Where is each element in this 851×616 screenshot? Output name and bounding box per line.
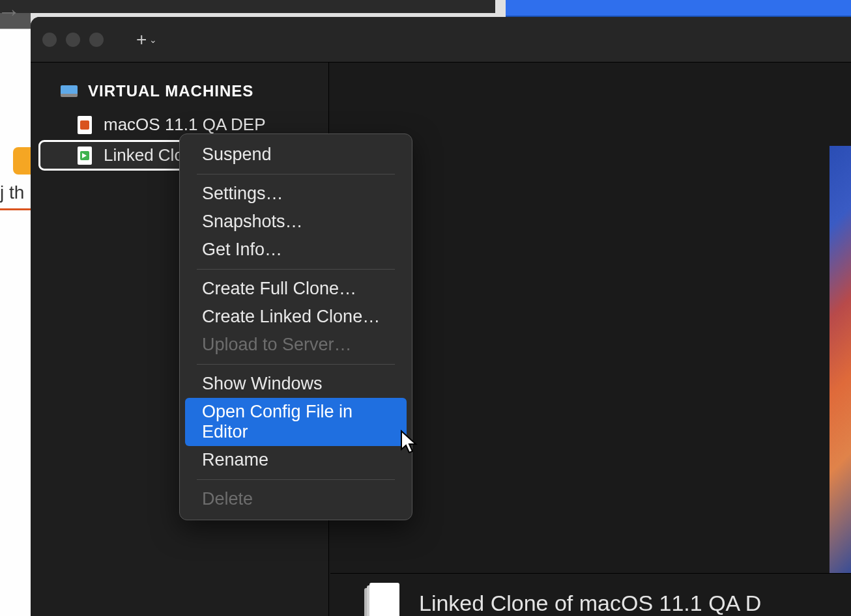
menu-separator — [197, 174, 395, 175]
menu-create-full-clone[interactable]: Create Full Clone… — [185, 275, 407, 303]
sidebar-group-header: VIRTUAL MACHINES — [31, 82, 328, 109]
zoom-icon[interactable] — [89, 33, 104, 47]
menu-suspend[interactable]: Suspend — [185, 141, 407, 169]
background-blue-titlebar — [506, 0, 851, 17]
background-partial-text: j th — [0, 182, 31, 203]
background-top-strip — [0, 0, 495, 13]
vm-file-icon — [78, 147, 92, 165]
plus-icon: + — [136, 29, 147, 50]
window-titlebar: + ⌄ — [31, 17, 851, 63]
vm-footer-title: Linked Clone of macOS 11.1 QA D — [419, 591, 761, 616]
sidebar-group-label: VIRTUAL MACHINES — [88, 82, 253, 100]
menu-get-info[interactable]: Get Info… — [185, 236, 407, 264]
back-arrow-icon: → — [0, 0, 21, 25]
background-left-panel — [0, 29, 31, 616]
menu-delete: Delete — [185, 485, 407, 513]
vm-footer: Linked Clone of macOS 11.1 QA D — [330, 573, 851, 616]
menu-rename[interactable]: Rename — [185, 446, 407, 474]
minimize-icon[interactable] — [66, 33, 80, 47]
background-orange-pill — [13, 147, 31, 175]
content-split: VIRTUAL MACHINES macOS 11.1 QA DEP Linke… — [31, 63, 851, 616]
vm-preview: Choose Your Select an appearance and see… — [829, 146, 851, 580]
vm-file-icon — [78, 116, 92, 134]
menu-settings[interactable]: Settings… — [185, 180, 407, 208]
menu-create-linked-clone[interactable]: Create Linked Clone… — [185, 303, 407, 331]
menu-separator — [197, 364, 395, 365]
vm-context-menu: Suspend Settings… Snapshots… Get Info… C… — [179, 133, 412, 520]
background-orange-underline — [0, 208, 31, 210]
menu-separator — [197, 479, 395, 480]
chevron-down-icon: ⌄ — [149, 35, 157, 45]
vm-item-label: macOS 11.1 QA DEP — [104, 115, 266, 135]
stacked-pages-icon — [364, 583, 399, 617]
menu-open-config[interactable]: Open Config File in Editor — [185, 398, 407, 446]
add-button[interactable]: + ⌄ — [136, 29, 157, 50]
vm-manager-window: + ⌄ VIRTUAL MACHINES macOS 11.1 QA DEP L… — [31, 17, 851, 616]
menu-separator — [197, 269, 395, 270]
menu-snapshots[interactable]: Snapshots… — [185, 208, 407, 236]
close-icon[interactable] — [42, 33, 57, 47]
menu-show-windows[interactable]: Show Windows — [185, 370, 407, 398]
monitor-icon — [61, 85, 78, 97]
menu-upload-to-server: Upload to Server… — [185, 331, 407, 359]
